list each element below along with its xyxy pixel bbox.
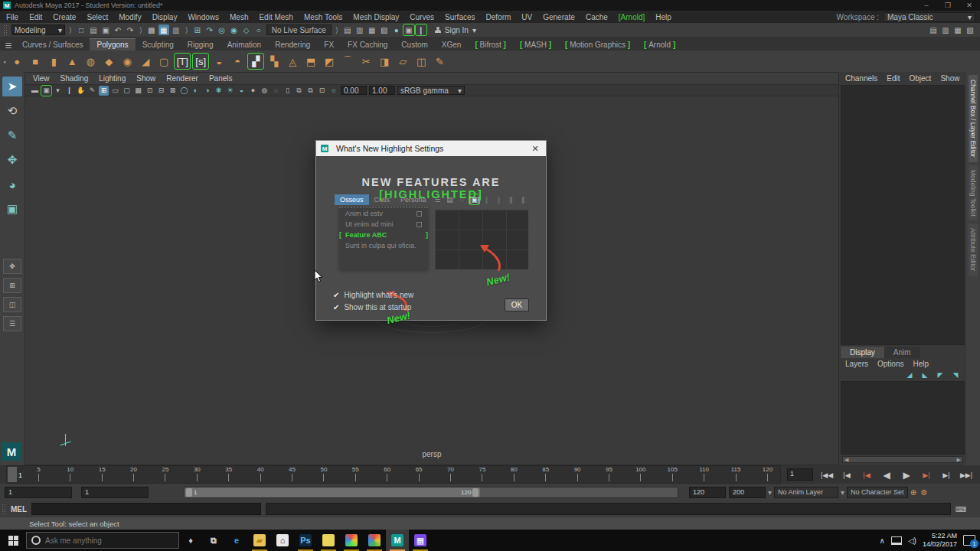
snap-to-projected-center-icon[interactable]: ◉ xyxy=(229,24,240,35)
timeline-tick[interactable]: 60 xyxy=(380,466,395,483)
timeline-tick[interactable]: 115 xyxy=(728,466,743,483)
animation-preferences-icon[interactable]: ⚙ xyxy=(919,487,929,497)
layer-list[interactable] xyxy=(841,381,965,455)
arnold-render-icon[interactable]: ▣ xyxy=(403,24,414,35)
image-plane-icon[interactable]: ❙ xyxy=(64,86,74,96)
timeline-tick[interactable]: 85 xyxy=(538,466,554,483)
2d-pan-zoom-icon[interactable]: ✋ xyxy=(76,86,86,96)
shaded-icon[interactable]: ◐ xyxy=(191,86,201,96)
menu-item[interactable]: Edit xyxy=(29,13,42,21)
shelf-tab[interactable]: Custom xyxy=(394,39,434,51)
step-back-key-button[interactable]: |◀ xyxy=(858,468,876,482)
mirror-icon[interactable]: ◫ xyxy=(413,54,429,69)
render-view-icon[interactable]: ▤ xyxy=(342,24,353,35)
ao-icon[interactable]: ◒ xyxy=(237,86,247,96)
resolution-gate-icon[interactable]: ▢ xyxy=(122,86,132,96)
shelf-tab[interactable]: Rigging xyxy=(181,39,220,51)
quad-draw-icon[interactable]: ▱ xyxy=(395,54,410,69)
open-scene-icon[interactable]: ▤ xyxy=(88,24,99,35)
menu-item[interactable]: Select xyxy=(87,13,108,21)
type-tool-icon[interactable]: [T] xyxy=(175,54,190,69)
panel-menu-item[interactable]: Panels xyxy=(209,74,233,83)
panel-menu-item[interactable]: Show xyxy=(136,74,155,83)
animation-end-field[interactable]: 200 xyxy=(729,487,766,498)
panel-menu-item[interactable]: Renderer xyxy=(166,74,198,83)
workspace-dropdown[interactable]: Maya Classic ▾ xyxy=(884,12,975,22)
timeline-tick[interactable]: 50 xyxy=(316,466,332,483)
dialog-close-icon[interactable]: ✕ xyxy=(529,144,541,154)
character-set-dropdown[interactable]: No Character Set xyxy=(847,487,908,498)
photoshop-icon[interactable]: Ps xyxy=(294,530,317,551)
lights-icon[interactable]: ❋ xyxy=(214,86,224,96)
timeline-tick[interactable]: 100 xyxy=(633,466,648,483)
sticky-notes-icon[interactable] xyxy=(317,530,340,551)
cortana-search[interactable] xyxy=(26,532,179,549)
checkbox-row[interactable]: ✔Highlight what's new xyxy=(333,291,413,299)
drag-handle[interactable] xyxy=(2,504,6,514)
task-view-icon[interactable]: ⧉ xyxy=(202,530,225,551)
isolate-select-icon[interactable]: ▯ xyxy=(283,86,292,96)
range-start-handle[interactable] xyxy=(186,488,192,497)
timeline-tick[interactable]: 90 xyxy=(570,466,585,483)
timeline-tick[interactable]: 35 xyxy=(221,466,237,483)
chevron-down-icon[interactable]: ▾ xyxy=(768,488,772,497)
poly-cube-icon[interactable]: ■ xyxy=(28,54,43,69)
menu-item[interactable]: Generate xyxy=(543,13,575,21)
snap-to-grids-icon[interactable]: ⊞ xyxy=(192,24,203,35)
layer-menu-item[interactable]: Help xyxy=(913,360,929,368)
close-button[interactable]: ✕ xyxy=(959,0,980,11)
channel-box-menu-item[interactable]: Edit xyxy=(887,74,900,83)
shelf-tab[interactable]: [ Arnold ] xyxy=(637,39,682,51)
new-scene-icon[interactable]: □ xyxy=(76,24,87,35)
make-live-icon[interactable]: ○ xyxy=(253,24,264,35)
time-slider[interactable]: 5101520253035404550556065707580859095100… xyxy=(6,465,781,484)
shelf-tab[interactable]: FX xyxy=(317,39,341,51)
arnold-ipr-icon[interactable]: ❙ xyxy=(416,24,426,35)
step-forward-frame-button[interactable]: ▶| xyxy=(937,468,956,482)
attribute-editor-toggle-icon[interactable]: ▥ xyxy=(940,24,951,35)
shelf-tab[interactable]: [ Motion Graphics ] xyxy=(558,39,637,51)
ipr-render-icon[interactable]: ▦ xyxy=(367,24,377,35)
smooth-icon[interactable]: ◬ xyxy=(285,54,300,69)
select-component-icon[interactable]: ▥ xyxy=(171,24,181,35)
animation-start-field[interactable]: 1 xyxy=(5,487,72,498)
paint-select-tool[interactable]: ✎ xyxy=(2,126,22,145)
playback-end-field[interactable]: 120 xyxy=(689,487,726,498)
textured-icon[interactable]: ◑ xyxy=(202,86,212,96)
menu-item[interactable]: Deform xyxy=(486,13,511,21)
single-pane-layout-button[interactable]: ✥ xyxy=(3,259,21,274)
snap-to-points-icon[interactable]: ◎ xyxy=(217,24,227,35)
command-line-mode-button[interactable]: MEL xyxy=(11,505,27,514)
layer-visibility-button[interactable]: ◢ xyxy=(905,370,914,380)
script-editor-icon[interactable]: ⌨ xyxy=(956,504,966,514)
four-pane-layout-button[interactable]: ⊞ xyxy=(3,278,21,293)
auto-keyframe-icon[interactable]: ⊕ xyxy=(908,487,919,497)
copy-view-icon[interactable]: ⧉ xyxy=(294,86,304,96)
poly-cone-icon[interactable]: ▲ xyxy=(64,54,80,69)
menu-item[interactable]: Curves xyxy=(410,13,434,21)
select-tool[interactable]: ➤ xyxy=(2,77,22,96)
sign-in-button[interactable]: Sign In ▾ xyxy=(435,26,476,34)
outliner-layout-button[interactable]: ☰ xyxy=(3,316,21,331)
shelf-menu-icon[interactable]: ☰ xyxy=(3,40,14,51)
safe-title-icon[interactable]: ⊠ xyxy=(168,86,178,96)
shelf-tab[interactable]: Polygons xyxy=(90,38,135,51)
chevron-down-icon[interactable]: ▾ xyxy=(841,488,844,497)
menu-item[interactable]: File xyxy=(6,13,18,21)
edge-icon[interactable]: e xyxy=(225,530,248,551)
bevel-icon[interactable]: ◩ xyxy=(322,54,337,69)
timeline-tick[interactable]: 5 xyxy=(31,466,46,483)
shelf-tab[interactable]: XGen xyxy=(435,39,469,51)
range-slider[interactable]: 1 120 xyxy=(184,487,678,498)
timeline-tick[interactable]: 15 xyxy=(94,466,109,483)
poly-pyramid-icon[interactable]: ◢ xyxy=(138,54,153,69)
shelf-tab[interactable]: Curves / Surfaces xyxy=(15,39,90,51)
menu-item[interactable]: [Arnold] xyxy=(619,13,645,21)
tray-chevron-icon[interactable]: ∧ xyxy=(880,536,885,545)
gate-mask-icon[interactable]: ▩ xyxy=(133,86,143,96)
grid-icon[interactable]: ⊞ xyxy=(99,86,109,96)
panel-menu-item[interactable]: Shading xyxy=(60,74,89,83)
bridge-icon[interactable]: ⌒ xyxy=(340,54,355,69)
camera-attributes-icon[interactable]: ▣ xyxy=(41,86,51,96)
menu-item[interactable]: Help xyxy=(655,13,671,21)
